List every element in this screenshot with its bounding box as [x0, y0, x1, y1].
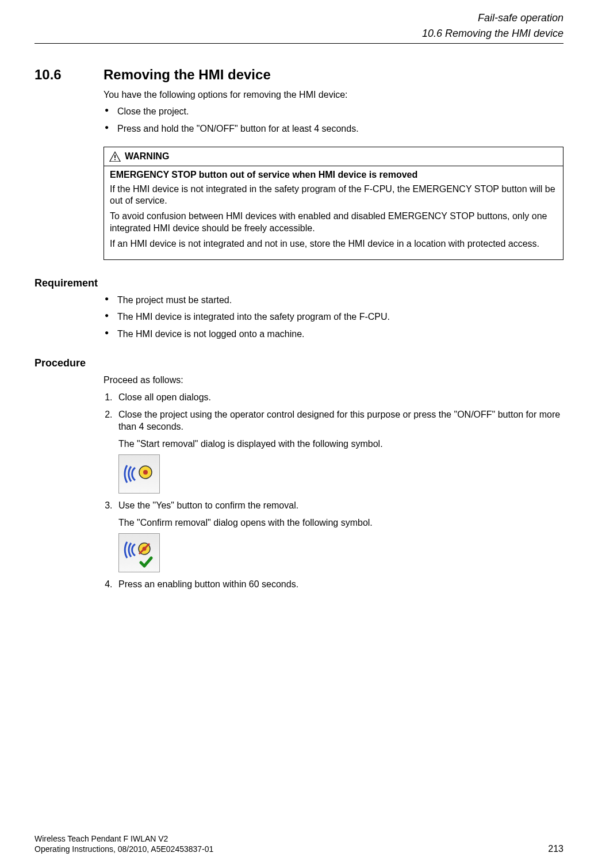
- requirement-heading: Requirement: [34, 277, 564, 289]
- step-text: Use the "Yes" button to confirm the remo…: [118, 500, 298, 510]
- svg-point-5: [143, 470, 148, 475]
- warning-box: WARNING EMERGENCY STOP button out of ser…: [103, 147, 564, 260]
- wireless-signal-icon: [124, 460, 155, 488]
- section-number: 10.6: [34, 67, 103, 83]
- list-item: The HMI device is not logged onto a mach…: [103, 328, 564, 341]
- options-list: Close the project. Press and hold the "O…: [103, 105, 564, 135]
- wireless-confirm-icon: [124, 537, 155, 568]
- intro-paragraph: You have the following options for remov…: [103, 89, 564, 101]
- header-divider: [34, 43, 564, 44]
- requirement-list: The project must be started. The HMI dev…: [103, 294, 564, 341]
- warning-icon: [109, 151, 121, 162]
- list-item: Press and hold the "ON/OFF" button for a…: [103, 123, 564, 135]
- list-item: The HMI device is integrated into the sa…: [103, 311, 564, 323]
- warning-paragraph: If an HMI device is not integrated and n…: [110, 238, 557, 250]
- procedure-lead: Proceed as follows:: [103, 374, 564, 387]
- svg-rect-3: [114, 159, 116, 160]
- section-title: Removing the HMI device: [103, 67, 271, 83]
- header-chapter: Fail-safe operation: [34, 12, 564, 25]
- footer-doc-info: Operating Instructions, 08/2010, A5E0245…: [34, 844, 213, 854]
- warning-body: EMERGENCY STOP button out of service whe…: [104, 166, 563, 259]
- header-section-path: 10.6 Removing the HMI device: [34, 27, 564, 40]
- page-footer: Wireless Teach Pendant F IWLAN V2 Operat…: [34, 833, 564, 854]
- step-item: Press an enabling button within 60 secon…: [115, 578, 564, 591]
- confirm-removal-symbol: [118, 533, 160, 572]
- step-item: Close the project using the operator con…: [115, 408, 564, 494]
- warning-paragraph: If the HMI device is not integrated in t…: [110, 183, 557, 208]
- step-item: Close all open dialogs.: [115, 391, 564, 404]
- warning-paragraph: To avoid confusion between HMI devices w…: [110, 211, 557, 235]
- section-heading: 10.6 Removing the HMI device: [34, 67, 564, 83]
- step-item: Use the "Yes" button to confirm the remo…: [115, 499, 564, 572]
- step-text: Close the project using the operator con…: [118, 410, 560, 432]
- step-after-text: The "Start removal" dialog is displayed …: [118, 438, 564, 450]
- footer-title: Wireless Teach Pendant F IWLAN V2: [34, 833, 213, 844]
- step-text: Press an enabling button within 60 secon…: [118, 579, 298, 589]
- step-after-text: The "Confirm removal" dialog opens with …: [118, 517, 564, 529]
- list-item: The project must be started.: [103, 294, 564, 307]
- list-item: Close the project.: [103, 105, 564, 118]
- svg-rect-2: [114, 155, 116, 158]
- procedure-steps: Close all open dialogs. Close the projec…: [103, 391, 564, 591]
- procedure-heading: Procedure: [34, 357, 564, 369]
- step-text: Close all open dialogs.: [118, 392, 211, 402]
- warning-header: WARNING: [104, 147, 563, 166]
- warning-label: WARNING: [125, 151, 169, 162]
- page-number: 213: [548, 844, 564, 854]
- start-removal-symbol: [118, 454, 160, 494]
- warning-headline: EMERGENCY STOP button out of service whe…: [110, 170, 557, 180]
